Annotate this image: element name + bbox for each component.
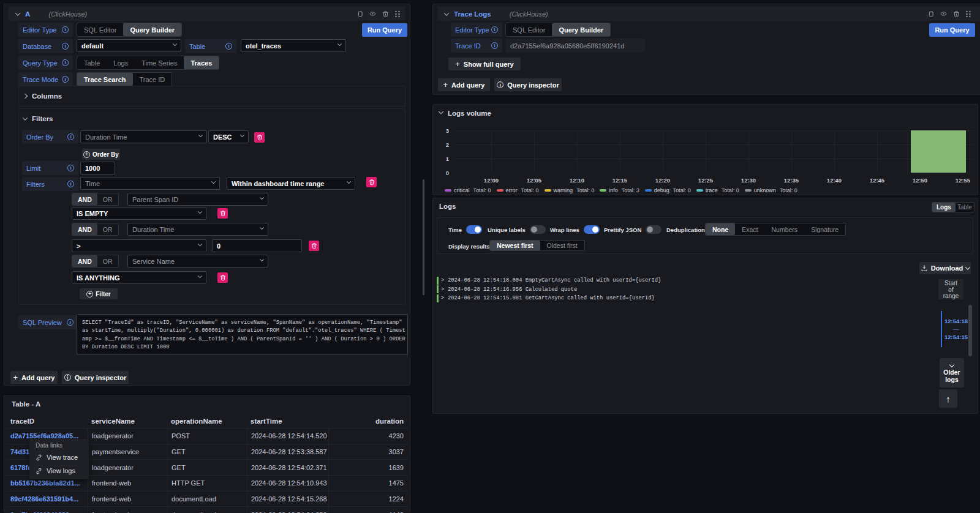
svg-text:12:50: 12:50 [913,177,927,184]
svg-text:3: 3 [446,127,449,134]
svg-text:12:30: 12:30 [741,177,756,184]
svg-text:12:10: 12:10 [570,177,584,184]
svg-text:0: 0 [446,170,449,176]
svg-text:12:15: 12:15 [612,177,628,184]
svg-text:2: 2 [446,141,449,148]
svg-text:12:00: 12:00 [484,177,499,184]
svg-text:12:55: 12:55 [956,177,971,184]
svg-text:12:20: 12:20 [655,177,670,184]
svg-text:12:05: 12:05 [527,177,542,184]
svg-text:12:35: 12:35 [784,177,799,184]
svg-text:12:40: 12:40 [827,177,842,184]
svg-text:12:45: 12:45 [870,177,885,184]
svg-text:12:25: 12:25 [698,177,714,184]
svg-text:1: 1 [446,155,450,162]
